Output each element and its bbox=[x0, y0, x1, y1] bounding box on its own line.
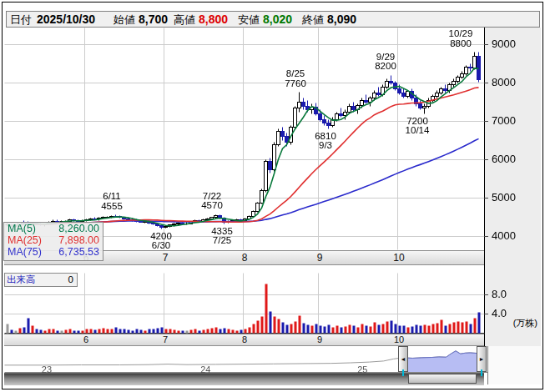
month-tick-label: 10 bbox=[394, 334, 404, 344]
ma-legend: MA(5) 8,260.00 MA(25) 7,898.00 MA(75) 6,… bbox=[3, 222, 103, 261]
navigator-left-handle[interactable]: ◄ bbox=[398, 346, 408, 372]
navigator-right-handle[interactable]: ► bbox=[477, 346, 487, 372]
stock-chart-window: 日付 2025/10/30 始値 8,700 高値 8,800 安値 8,020… bbox=[0, 0, 545, 392]
ma25-row: MA(25) 7,898.00 bbox=[4, 234, 103, 246]
month-tick-label: 7 bbox=[163, 252, 169, 264]
month-tick-label: 8 bbox=[242, 252, 248, 264]
volume-readout-box: 出来高 0 bbox=[4, 273, 78, 287]
ma25-value: 7,898.00 bbox=[58, 234, 99, 246]
month-tick-label: 8 bbox=[242, 334, 247, 344]
ma25-label: MA(25) bbox=[8, 234, 42, 246]
ma75-label: MA(75) bbox=[8, 246, 42, 258]
month-tick-label: 7 bbox=[163, 334, 168, 344]
right-arrow-icon: ► bbox=[479, 356, 485, 362]
navigator-right-blank bbox=[487, 346, 542, 384]
ma5-label: MA(5) bbox=[8, 223, 36, 234]
month-tick-label: 10 bbox=[393, 252, 404, 264]
navigator-left-marker bbox=[402, 369, 404, 376]
month-tick-label: 6 bbox=[83, 334, 88, 344]
ma5-row: MA(5) 8,260.00 bbox=[4, 223, 103, 234]
volume-value: 0 bbox=[68, 274, 73, 286]
ma5-value: 8,260.00 bbox=[58, 223, 99, 234]
month-tick-label: 9 bbox=[317, 334, 322, 344]
ma75-value: 6,735.53 bbox=[58, 246, 99, 258]
left-arrow-icon: ◄ bbox=[401, 356, 406, 362]
month-tick-label: 9 bbox=[317, 252, 323, 264]
scrollbar-thumb[interactable] bbox=[408, 374, 477, 384]
navigator-right-marker bbox=[481, 369, 482, 376]
ma75-row: MA(75) 6,735.53 bbox=[4, 246, 103, 258]
month-axis-volume: 678910 bbox=[4, 334, 484, 346]
volume-label: 出来高 bbox=[5, 274, 36, 284]
